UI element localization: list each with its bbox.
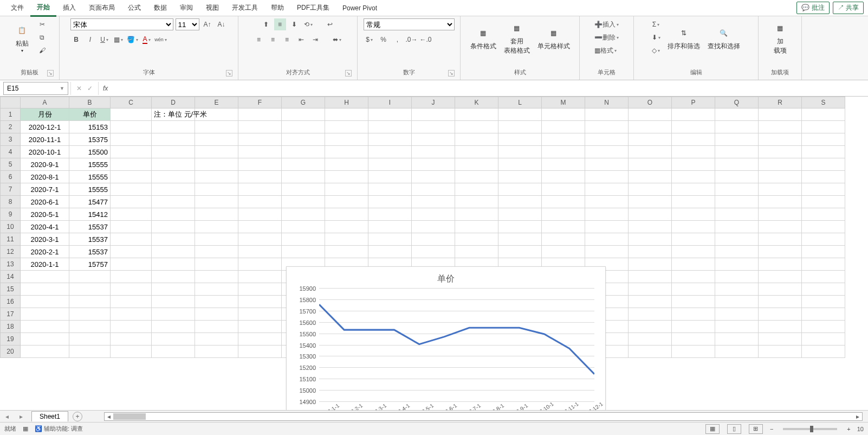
cell[interactable]: 2020-6-1: [21, 196, 69, 208]
font-name-select[interactable]: 宋体: [70, 18, 173, 30]
row-header[interactable]: 16: [0, 296, 21, 308]
cell[interactable]: [629, 146, 672, 158]
cell[interactable]: [715, 108, 759, 121]
column-header[interactable]: B: [69, 97, 111, 108]
cell[interactable]: [759, 283, 802, 296]
cell[interactable]: [585, 183, 629, 196]
cell[interactable]: [325, 108, 368, 121]
cell[interactable]: 15477: [69, 196, 111, 208]
cell[interactable]: [715, 246, 759, 258]
cell[interactable]: [195, 246, 238, 258]
cell[interactable]: [585, 233, 629, 246]
cell[interactable]: [629, 108, 672, 121]
cell[interactable]: [368, 108, 412, 121]
fill-color-button[interactable]: 🪣: [127, 34, 139, 46]
tab-pagelayout[interactable]: 页面布局: [82, 0, 121, 16]
cell[interactable]: [111, 308, 152, 321]
tab-developer[interactable]: 开发工具: [225, 0, 264, 16]
cell[interactable]: [672, 233, 715, 246]
cell[interactable]: [629, 171, 672, 183]
cell[interactable]: [238, 321, 282, 333]
row-header[interactable]: 3: [0, 133, 21, 146]
column-header[interactable]: P: [672, 97, 715, 108]
cell[interactable]: [715, 158, 759, 171]
cell[interactable]: 2020-11-1: [21, 133, 69, 146]
horizontal-scrollbar[interactable]: ◂▸: [104, 412, 863, 421]
cell[interactable]: [69, 296, 111, 308]
cell[interactable]: [542, 121, 585, 133]
cell[interactable]: [715, 283, 759, 296]
cell[interactable]: [672, 221, 715, 233]
cell[interactable]: [802, 258, 845, 271]
cell[interactable]: [69, 271, 111, 283]
font-dialog-icon[interactable]: ↘: [226, 70, 232, 76]
phonetic-button[interactable]: wén: [155, 34, 167, 46]
cell[interactable]: [629, 321, 672, 333]
normal-view-button[interactable]: ▦: [705, 424, 720, 434]
cell[interactable]: [759, 221, 802, 233]
align-center-button[interactable]: ≡: [267, 34, 279, 46]
cell[interactable]: [238, 208, 282, 221]
cell[interactable]: [715, 271, 759, 283]
tab-file[interactable]: 文件: [4, 0, 30, 16]
cell[interactable]: [325, 246, 368, 258]
cell[interactable]: [802, 333, 845, 346]
cell[interactable]: 15375: [69, 133, 111, 146]
cell[interactable]: [111, 108, 152, 121]
cut-button[interactable]: ✂: [36, 18, 48, 30]
cell[interactable]: [455, 171, 498, 183]
cell[interactable]: [412, 221, 455, 233]
sort-filter-button[interactable]: ⇅排序和筛选: [665, 23, 702, 52]
cell[interactable]: [672, 171, 715, 183]
cell[interactable]: 2020-7-1: [21, 183, 69, 196]
cell[interactable]: [325, 233, 368, 246]
cell-styles-button[interactable]: ▦单元格样式: [535, 23, 572, 52]
number-dialog-icon[interactable]: ↘: [448, 70, 455, 76]
row-header[interactable]: 18: [0, 321, 21, 333]
cell[interactable]: [282, 183, 325, 196]
cell[interactable]: [629, 308, 672, 321]
cell[interactable]: [111, 196, 152, 208]
cell[interactable]: [802, 158, 845, 171]
row-header[interactable]: 20: [0, 346, 21, 358]
cell[interactable]: [542, 171, 585, 183]
cell[interactable]: [325, 208, 368, 221]
cell[interactable]: [759, 296, 802, 308]
align-top-button[interactable]: ⬆: [260, 18, 272, 30]
cell[interactable]: [498, 171, 542, 183]
cell[interactable]: [325, 183, 368, 196]
cell[interactable]: [715, 308, 759, 321]
row-header[interactable]: 1: [0, 108, 21, 121]
cell[interactable]: [542, 133, 585, 146]
cell[interactable]: [238, 308, 282, 321]
underline-button[interactable]: U: [99, 34, 111, 46]
clear-button[interactable]: ◇: [650, 44, 662, 56]
cell[interactable]: [585, 121, 629, 133]
cell[interactable]: 15500: [69, 146, 111, 158]
cell[interactable]: 15412: [69, 208, 111, 221]
cell[interactable]: [455, 233, 498, 246]
cell[interactable]: [195, 308, 238, 321]
pagelayout-view-button[interactable]: ▯: [727, 424, 741, 434]
column-header[interactable]: F: [238, 97, 282, 108]
row-header[interactable]: 11: [0, 233, 21, 246]
cell[interactable]: [368, 158, 412, 171]
cell[interactable]: [195, 208, 238, 221]
cell[interactable]: [111, 146, 152, 158]
row-header[interactable]: 2: [0, 121, 21, 133]
cell[interactable]: [759, 146, 802, 158]
column-header[interactable]: R: [759, 97, 802, 108]
tab-nav-prev[interactable]: ◂: [0, 413, 14, 420]
cell[interactable]: [759, 196, 802, 208]
cell[interactable]: [802, 296, 845, 308]
cell[interactable]: [325, 221, 368, 233]
tab-review[interactable]: 审阅: [173, 0, 199, 16]
comma-button[interactable]: ,: [392, 34, 404, 46]
cell[interactable]: [672, 208, 715, 221]
cell[interactable]: [195, 196, 238, 208]
cell[interactable]: 15537: [69, 246, 111, 258]
cell[interactable]: [412, 196, 455, 208]
cell[interactable]: 15555: [69, 171, 111, 183]
row-header[interactable]: 4: [0, 146, 21, 158]
cell[interactable]: [238, 246, 282, 258]
